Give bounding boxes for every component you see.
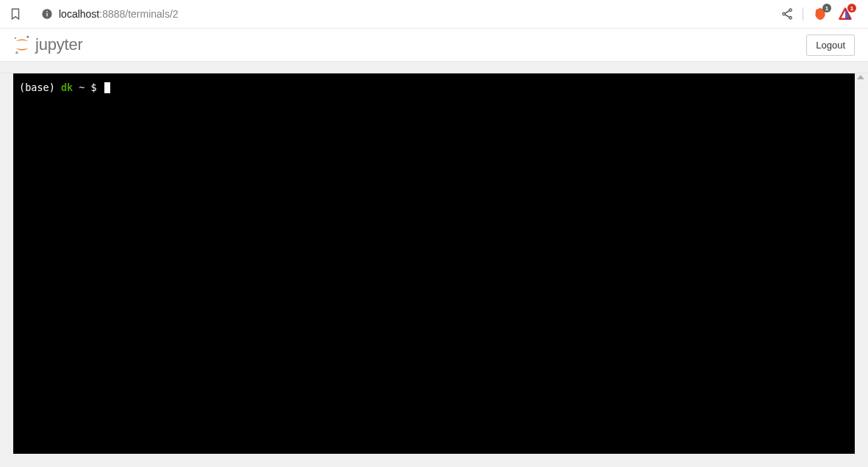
jupyter-wordmark: jupyter <box>35 35 83 54</box>
terminal-cursor <box>104 82 110 93</box>
svg-point-9 <box>15 51 18 54</box>
bookmark-icon[interactable] <box>9 7 22 21</box>
svg-rect-1 <box>46 13 47 17</box>
jupyter-logo-icon <box>13 35 31 55</box>
svg-rect-2 <box>46 11 47 12</box>
svg-line-7 <box>785 15 789 18</box>
logout-button[interactable]: Logout <box>806 35 855 56</box>
browser-toolbar: localhost:8888/terminals/2 1 1 <box>0 0 868 28</box>
svg-point-5 <box>789 17 792 19</box>
brave-rewards-icon[interactable]: 1 <box>837 6 853 22</box>
prompt-symbol: $ <box>91 82 97 93</box>
url-path: :8888/terminals/2 <box>99 8 178 20</box>
terminal-wrapper: (base) dk ~ $ <box>0 73 868 467</box>
prompt-cwd: ~ <box>79 82 85 93</box>
rewards-badge: 1 <box>847 4 856 12</box>
svg-line-6 <box>785 11 789 14</box>
brave-shields-icon[interactable]: 1 <box>812 6 828 22</box>
shields-badge: 1 <box>822 4 831 12</box>
jupyter-brand[interactable]: jupyter <box>13 35 83 55</box>
toolbar-divider <box>803 7 803 21</box>
jupyter-header: jupyter Logout <box>0 28 868 62</box>
prompt-user: dk <box>61 82 73 93</box>
browser-actions: 1 1 <box>781 6 859 22</box>
svg-point-3 <box>789 9 792 11</box>
svg-point-8 <box>26 36 29 38</box>
svg-point-10 <box>15 37 16 39</box>
prompt-env: (base) <box>19 82 55 93</box>
share-icon[interactable] <box>781 7 794 21</box>
url-host: localhost <box>59 8 99 20</box>
header-gap <box>0 62 868 73</box>
site-info-icon[interactable] <box>41 8 53 20</box>
url-text: localhost:8888/terminals/2 <box>59 7 179 21</box>
scrollbar-up-icon[interactable] <box>856 73 865 82</box>
svg-point-4 <box>783 12 785 15</box>
terminal[interactable]: (base) dk ~ $ <box>13 73 855 454</box>
address-bar[interactable]: localhost:8888/terminals/2 <box>32 3 769 25</box>
